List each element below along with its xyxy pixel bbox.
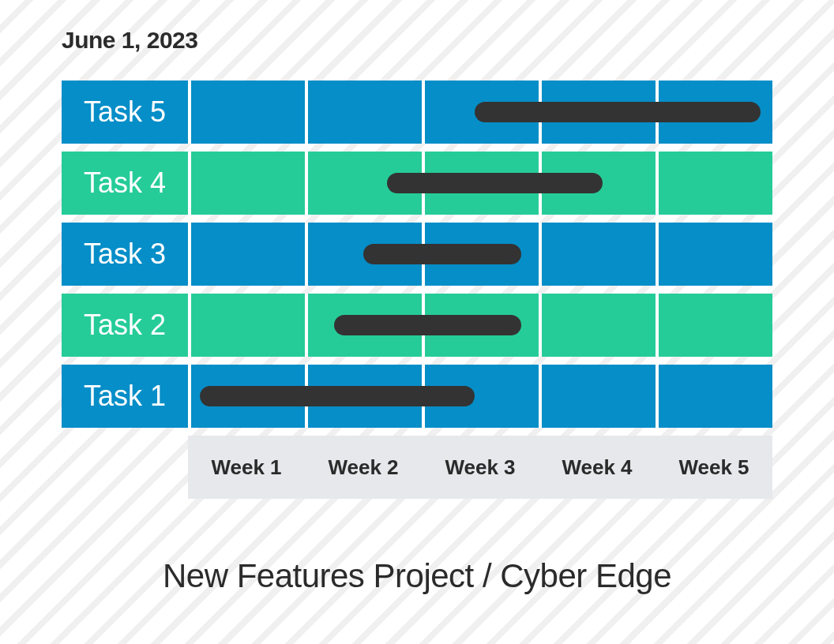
task-bar (334, 315, 521, 335)
grid-cell (188, 152, 305, 215)
task-bar (200, 386, 475, 406)
row-grid (188, 294, 772, 357)
grid-cell (656, 294, 772, 357)
task-bar (475, 102, 761, 122)
task-bar (387, 173, 603, 193)
task-row: Task 5 (62, 80, 772, 144)
task-row: Task 1 (62, 365, 772, 428)
task-label: Task 2 (62, 294, 188, 357)
grid-cell (188, 80, 305, 144)
grid-cell (656, 223, 772, 286)
task-row: Task 2 (62, 294, 772, 357)
task-label: Task 1 (62, 365, 188, 428)
grid-cell (656, 365, 772, 428)
grid-cell (656, 152, 772, 215)
x-axis-label: Week 2 (305, 436, 422, 499)
x-axis-label: Week 3 (422, 436, 539, 499)
row-grid (188, 365, 772, 428)
task-bar (363, 244, 521, 264)
grid-cell (539, 294, 656, 357)
task-label: Task 5 (62, 80, 188, 144)
grid-cell (539, 365, 656, 428)
grid-cell (188, 294, 305, 357)
row-grid (188, 152, 772, 215)
task-label: Task 4 (62, 152, 188, 215)
grid-cell (188, 223, 305, 286)
grid-cell (305, 80, 422, 144)
x-axis-label: Week 5 (656, 436, 772, 499)
task-row: Task 4 (62, 152, 772, 215)
x-axis-label: Week 1 (188, 436, 305, 499)
date-label: June 1, 2023 (62, 0, 772, 54)
x-axis: Week 1 Week 2 Week 3 Week 4 Week 5 (188, 436, 772, 499)
row-grid (188, 80, 772, 144)
task-row: Task 3 (62, 223, 772, 286)
chart-title: New Features Project / Cyber Edge (62, 557, 772, 595)
x-axis-label: Week 4 (539, 436, 656, 499)
row-grid (188, 223, 772, 286)
task-label: Task 3 (62, 223, 188, 286)
grid-cell (539, 223, 656, 286)
gantt-chart: Task 5 Task 4 Task 3 (62, 80, 772, 499)
